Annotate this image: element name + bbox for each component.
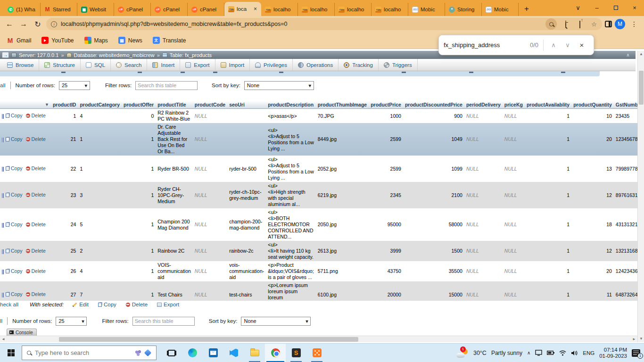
vertical-scroll-thumb[interactable] — [639, 71, 644, 105]
cell-productCode[interactable]: NULL — [193, 261, 227, 281]
restore-button[interactable] — [606, 0, 625, 16]
column-header-productOffer[interactable]: productOffer — [122, 101, 156, 109]
cell-productDiscountedPrice[interactable]: 1049 — [403, 123, 464, 156]
taskbar-app-mail[interactable] — [203, 344, 223, 362]
row-delete-link[interactable]: Delete — [26, 113, 46, 119]
cell-seoUri[interactable]: rainbow-2c — [227, 241, 266, 261]
column-header-priceKg[interactable]: priceKg — [503, 101, 525, 109]
cell-seoUri[interactable]: test-chairs — [227, 281, 266, 301]
sort-desc-icon[interactable]: ▼ — [45, 102, 49, 107]
cell-productTitle[interactable]: Ryder BR-500 — [156, 156, 193, 182]
cell-productAvailablity[interactable]: 1 — [525, 156, 571, 182]
column-header-periodDelivery[interactable]: periodDelivery — [464, 101, 503, 109]
pma-tab-sql[interactable]: SQL — [81, 59, 111, 71]
show-all-label[interactable]: all — [0, 82, 6, 88]
cell-productID[interactable]: 25 — [51, 241, 78, 261]
vertical-scrollbar[interactable]: ▲ ▼ — [637, 51, 644, 342]
cell-productAvailablity[interactable]: 1 — [525, 261, 571, 281]
cell-productCategory[interactable]: 4 — [78, 109, 122, 123]
cell-periodDelivery[interactable]: NULL — [464, 261, 503, 281]
browser-tab-6-loca[interactable]: PMAloca× — [224, 2, 261, 16]
selected-delete-button[interactable]: Delete — [126, 302, 148, 307]
cell-productOffer[interactable]: 1 — [122, 208, 156, 241]
row-delete-link[interactable]: Delete — [26, 291, 46, 297]
cell-periodDelivery[interactable]: NULL — [464, 156, 503, 182]
pma-tab-search[interactable]: Search — [111, 59, 147, 71]
cell-productThumbImage[interactable]: 6219.jpg — [316, 182, 369, 208]
cell-productAvailablity[interactable]: 1 — [525, 182, 571, 208]
browser-tab-10-localho[interactable]: PMAlocalho — [372, 3, 408, 16]
column-header-productCategory[interactable]: productCategory — [78, 101, 122, 109]
cell-productAvailablity[interactable]: 1 — [525, 208, 571, 241]
check-all-label[interactable]: heck all — [0, 302, 18, 307]
breadcrumb-database[interactable]: Database: websitedemo_mobicrew — [74, 52, 155, 58]
column-header-productTitle[interactable]: productTitle — [156, 101, 193, 109]
cell-productTitle[interactable]: Rainbow 2C — [156, 241, 193, 261]
clipped-edit-icon[interactable] — [2, 293, 4, 297]
taskbar-app-sublime[interactable]: S — [286, 344, 306, 362]
cell-productQuantity[interactable]: 18 — [571, 208, 614, 241]
row-delete-link[interactable]: Delete — [26, 248, 46, 254]
scroll-right-arrow[interactable]: ► — [631, 336, 637, 343]
taskbar-app-explorer[interactable] — [244, 344, 265, 362]
cell-productQuantity[interactable]: 20 — [571, 123, 614, 156]
column-header-productThumbImage[interactable]: productThumbImage — [316, 101, 369, 109]
cell-productCode[interactable]: NULL — [193, 208, 227, 241]
cell-productPrice[interactable]: 95000 — [369, 208, 403, 241]
bookmark-translate[interactable]: 文Translate — [153, 37, 186, 44]
column-header-GstNumber[interactable]: GstNumber — [614, 101, 637, 109]
cell-productQuantity[interactable]: 13 — [571, 156, 614, 182]
cell-productDiscountedPrice[interactable]: 58000 — [403, 208, 464, 241]
cell-productQuantity[interactable]: 20 — [571, 261, 614, 281]
find-in-page-active-icon[interactable] — [545, 18, 557, 30]
row-copy-link[interactable]: Copy — [6, 113, 23, 119]
row-delete-link[interactable]: Delete — [26, 268, 46, 274]
speaker-icon[interactable] — [571, 350, 578, 356]
cell-productID[interactable]: 1 — [51, 109, 78, 123]
cell-productOffer[interactable]: 1 — [122, 241, 156, 261]
cell-productAvailablity[interactable]: 1 — [525, 241, 571, 261]
cell-GstNumber[interactable]: 132131685445 — [614, 241, 637, 261]
cell-priceKg[interactable]: NULL — [503, 182, 525, 208]
clock[interactable]: 07:14 PM 01-09-2023 — [599, 347, 627, 359]
find-previous-button[interactable]: ∧ — [546, 41, 561, 49]
cell-periodDelivery[interactable]: NULL — [464, 241, 503, 261]
cell-productDiscountedPrice[interactable]: 2100 — [403, 182, 464, 208]
breadcrumb-server[interactable]: Server: 127.0.0.1 — [19, 52, 58, 58]
cell-seoUri[interactable] — [227, 123, 266, 156]
cell-productOffer[interactable]: 1 — [122, 156, 156, 182]
cell-productDiscountedPrice[interactable]: 1500 — [403, 241, 464, 261]
pma-tab-import[interactable]: Import — [215, 59, 250, 71]
cell-productAvailablity[interactable]: 1 — [525, 109, 571, 123]
cell-priceKg[interactable]: NULL — [503, 208, 525, 241]
row-delete-link[interactable]: Delete — [26, 222, 46, 228]
row-copy-link[interactable]: Copy — [6, 291, 23, 297]
selected-copy-button[interactable]: Copy — [98, 302, 116, 307]
bookmark-star-icon[interactable]: ☆ — [589, 21, 599, 28]
close-button[interactable]: × — [625, 0, 644, 16]
pma-tab-tracking[interactable]: Tracking — [339, 59, 379, 71]
cell-productCode[interactable]: NULL — [193, 109, 227, 123]
browser-tab-11-mobic[interactable]: LOGOMobic — [408, 3, 445, 16]
nav-panel-toggle[interactable]: → — [2, 52, 9, 58]
cell-productThumbImage[interactable]: 8449.jpg — [316, 123, 369, 156]
cell-productDiscountedPrice[interactable]: 900 — [403, 109, 464, 123]
tab-search-chevron-icon[interactable]: ∨ — [569, 0, 587, 16]
cell-priceKg[interactable]: NULL — [503, 109, 525, 123]
pma-tab-privileges[interactable]: Privileges — [250, 59, 293, 71]
cell-productOffer[interactable]: 1 — [122, 261, 156, 281]
number-of-rows-select[interactable]: 25 ▾ — [59, 81, 90, 90]
cell-productCategory[interactable]: 7 — [78, 281, 122, 301]
cell-GstNumber[interactable]: 12423436343 — [614, 261, 637, 281]
cell-GstNumber[interactable]: 1234567890 — [614, 123, 637, 156]
minimize-button[interactable]: – — [587, 0, 606, 16]
cell-productDiscountedPrice[interactable]: 35500 — [403, 261, 464, 281]
cell-productCategory[interactable]: 1 — [78, 156, 122, 182]
bookmark-maps[interactable]: Maps — [84, 37, 108, 44]
find-next-button[interactable]: ∨ — [561, 41, 575, 49]
back-button[interactable]: ← — [4, 20, 15, 28]
cell-productDescription[interactable]: <ul> <li>High strength with special alum… — [266, 182, 315, 208]
cell-productCategory[interactable]: 2 — [78, 241, 122, 261]
row-copy-link[interactable]: Copy — [6, 192, 23, 198]
browser-tab-3-cpanel[interactable]: cPcPanel — [114, 3, 151, 16]
